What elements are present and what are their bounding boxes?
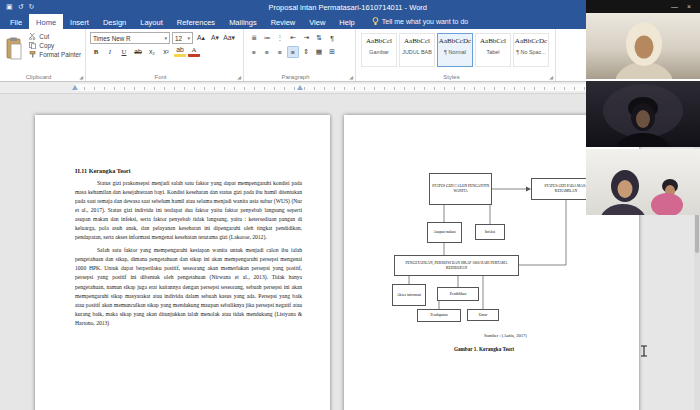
paste-button[interactable] [4, 31, 25, 67]
diagram-box-akses-informasi[interactable]: Akses informasi [392, 284, 426, 306]
diagram-caption[interactable]: Gambar 1. Kerangka Teori [404, 346, 564, 352]
sort-icon[interactable]: ⇅ [313, 32, 325, 44]
tell-me-box[interactable]: Tell me what you want to do [372, 14, 468, 29]
font-name-combo[interactable]: Times New R ▾ [90, 32, 170, 44]
font-size-value: 12 [175, 35, 185, 42]
screen: ▣ ↺ ↻ Proposal intan Permatasari-1610714… [0, 0, 700, 410]
styles-group: AaBbCcl Gambar AaBbCcl JUDUL BAB AaBbCcD… [356, 29, 556, 81]
body-paragraph[interactable]: Salah satu faktor yang mempengaruhi kesi… [75, 246, 302, 327]
save-icon[interactable]: ▣ [6, 3, 13, 11]
diagram-box-umur[interactable]: Umur [467, 309, 499, 321]
align-right-icon[interactable]: ≡ [274, 46, 286, 58]
diagram-box-status-gizi-calon[interactable]: STATUS GIZI CALON PENGANTIN WANITA [429, 173, 492, 205]
decrease-indent-icon[interactable]: ⇤ [287, 32, 299, 44]
font-group: Times New R ▾ 12 ▾ A▴ A▾ Aa▾ B I U ab x₂… [86, 29, 244, 81]
subscript-button[interactable]: x₂ [146, 45, 158, 57]
diagram-box-pendidikan[interactable]: Pendidikan [437, 287, 479, 301]
copy-label: Copy [39, 42, 54, 49]
tab-mailings[interactable]: Mailings [222, 14, 264, 29]
bullets-icon[interactable]: ≣ [248, 32, 260, 44]
video-close-icon[interactable]: × [687, 3, 691, 10]
mouse-cursor [640, 343, 648, 361]
tab-help[interactable]: Help [332, 14, 361, 29]
diagram-source[interactable]: Sumber : (Aufia, 2017) [484, 333, 527, 338]
style-preview: AaBbCcDc [438, 34, 472, 49]
participant-3-feed [586, 149, 700, 215]
diagram-box-pendapatan[interactable]: Pendapatan [417, 309, 461, 322]
strikethrough-button[interactable]: ab [132, 45, 144, 57]
font-color-button[interactable]: A [188, 45, 200, 57]
justify-icon[interactable]: ≡ [287, 46, 299, 58]
format-painter-button[interactable]: Format Painter [29, 51, 81, 58]
style-tabel[interactable]: AaBbCcl Tabel [475, 33, 511, 67]
style-preview: AaBbCcDc [514, 34, 548, 49]
font-group-label: Font [86, 74, 235, 80]
change-case-button[interactable]: Aa▾ [223, 32, 235, 44]
style-name: JUDUL BAB [400, 49, 434, 55]
diagram-box-pengetahuan[interactable]: PENGETAHUAN, PERSEPSI DAN SIKAP 1000 HAR… [394, 255, 519, 276]
left-indent-marker[interactable] [72, 85, 78, 90]
redo-icon[interactable]: ↻ [29, 3, 35, 11]
clipboard-dialog-launcher[interactable]: ◢ [79, 74, 83, 80]
styles-dialog-launcher[interactable]: ◢ [549, 74, 553, 80]
body-paragraph[interactable]: Status gizi prakonsepsi menjadi salah sa… [75, 179, 302, 242]
copy-button[interactable]: Copy [29, 42, 81, 49]
tab-review[interactable]: Review [264, 14, 303, 29]
diagram-box-asupan-makan[interactable]: Asupan makan [427, 222, 462, 243]
superscript-button[interactable]: x² [160, 45, 172, 57]
style-no-spacing[interactable]: AaBbCcDc ¶ No Spac... [513, 33, 549, 67]
tab-home[interactable]: Home [29, 14, 63, 29]
diagram-box-infeksi[interactable]: Infeksi [475, 224, 505, 240]
cut-button[interactable]: Cut [29, 33, 81, 40]
style-name: ¶ No Spac... [514, 49, 548, 55]
font-dialog-launcher[interactable]: ◢ [237, 74, 241, 80]
numbering-icon[interactable]: ≔ [261, 32, 273, 44]
align-left-icon[interactable]: ≡ [248, 46, 260, 58]
participant-video-1[interactable] [586, 13, 700, 79]
participant-video-2[interactable] [586, 81, 700, 147]
cut-label: Cut [39, 33, 49, 40]
tab-file[interactable]: File [3, 14, 29, 29]
align-center-icon[interactable]: ≡ [261, 46, 273, 58]
style-judul-bab[interactable]: AaBbCcl JUDUL BAB [399, 33, 435, 67]
font-size-dropdown-icon: ▾ [187, 35, 190, 41]
show-formatting-marks-icon[interactable]: ¶ [326, 32, 338, 44]
paragraph-group: ≣ ≔ ⋮ ⇤ ⇥ ⇅ ¶ ≡ ≡ ≡ ≡ ⇕ ▦ ⊞ Pa [244, 29, 356, 81]
italic-button[interactable]: I [104, 45, 116, 57]
multilevel-list-icon[interactable]: ⋮ [274, 32, 286, 44]
quick-access-toolbar: ▣ ↺ ↻ [0, 3, 40, 11]
document-page-1[interactable]: II.11 Kerangka Teori Status gizi prakons… [35, 115, 330, 410]
underline-button[interactable]: U [118, 45, 130, 57]
section-heading[interactable]: II.11 Kerangka Teori [75, 167, 302, 174]
text-highlight-button[interactable]: ab [174, 45, 186, 57]
undo-icon[interactable]: ↺ [18, 3, 24, 11]
tab-design[interactable]: Design [96, 14, 133, 29]
video-panel-titlebar: — × [586, 0, 700, 13]
shrink-font-button[interactable]: A▾ [209, 32, 221, 44]
borders-icon[interactable]: ⊞ [326, 46, 338, 58]
participant-1-feed [586, 13, 700, 79]
participant-2-feed [586, 81, 700, 147]
style-normal[interactable]: AaBbCcDc ¶ Normal [437, 33, 473, 67]
grow-font-button[interactable]: A▴ [195, 32, 207, 44]
video-call-panel: — × [586, 0, 700, 217]
shading-icon[interactable]: ▦ [313, 46, 325, 58]
clipboard-group-label: Clipboard [0, 74, 77, 80]
style-name: ¶ Normal [438, 49, 472, 55]
style-gambar[interactable]: AaBbCcl Gambar [361, 33, 397, 67]
bold-button[interactable]: B [90, 45, 102, 57]
tab-insert[interactable]: Insert [63, 14, 96, 29]
format-painter-icon [29, 51, 36, 58]
participant-video-3[interactable] [586, 149, 700, 215]
style-preview: AaBbCcl [476, 34, 510, 49]
increase-indent-icon[interactable]: ⇥ [300, 32, 312, 44]
tab-layout[interactable]: Layout [133, 14, 170, 29]
video-minimize-icon[interactable]: — [671, 3, 678, 10]
style-name: Gambar [362, 49, 396, 55]
font-size-combo[interactable]: 12 ▾ [172, 32, 193, 44]
tab-references[interactable]: References [170, 14, 222, 29]
paragraph-dialog-launcher[interactable]: ◢ [349, 74, 353, 80]
line-spacing-icon[interactable]: ⇕ [300, 46, 312, 58]
right-indent-marker[interactable] [297, 85, 303, 90]
tab-view[interactable]: View [302, 14, 332, 29]
